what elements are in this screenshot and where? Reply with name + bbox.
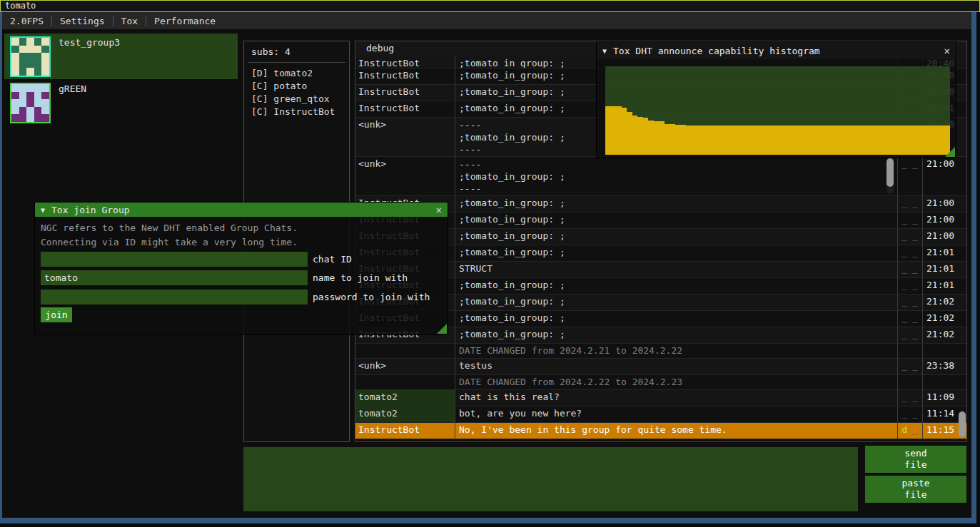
resize-grip[interactable] [437, 324, 447, 334]
avatar-pixel [26, 92, 34, 100]
chat-scrollbar-thumb[interactable] [959, 411, 966, 437]
avatar-pixel [11, 84, 19, 92]
avatar-pixel [26, 99, 34, 107]
subs-member[interactable]: [C] InstructBot [244, 106, 349, 118]
message-author: <unk> [355, 157, 455, 195]
histogram-bar [745, 126, 751, 155]
message-flags: d_ [897, 423, 922, 439]
avatar-pixel [11, 107, 19, 115]
join-group-titlebar: ▼ Tox join Group ✕ [35, 203, 448, 217]
avatar-pixel [41, 99, 49, 107]
avatar-pixel [41, 53, 49, 61]
message-row[interactable]: tomato2chat is this real?__11:09 [355, 390, 966, 406]
histogram-bar [702, 126, 708, 155]
flag: _ [901, 247, 907, 261]
message-flags: __ [897, 390, 922, 406]
join-button[interactable]: join [41, 307, 72, 322]
send-file-button[interactable]: send file [865, 446, 966, 473]
message-time: 11:09 [922, 390, 961, 406]
histogram-bar [810, 126, 816, 155]
message-time: 21:02 [922, 311, 961, 327]
histogram-bar [654, 121, 660, 155]
message-time [922, 375, 961, 389]
menu-item-tox[interactable]: Tox [113, 16, 146, 26]
avatar-pixel [41, 92, 49, 100]
message-flags: __ [897, 278, 922, 294]
avatar-pixel [34, 61, 42, 68]
message-input[interactable] [243, 447, 858, 511]
join-name-input[interactable] [41, 270, 308, 285]
message-time: 21:00 [922, 213, 961, 228]
paste-file-button[interactable]: paste file [865, 476, 966, 503]
histogram-bar [670, 124, 676, 155]
avatar-pixel [19, 107, 27, 115]
histogram-bar [713, 126, 719, 155]
message-row[interactable]: DATE CHANGED from 2024.2.22 to 2024.2.23 [355, 375, 966, 390]
flag: _ [912, 280, 918, 294]
histogram-bar [707, 126, 713, 155]
flag: _ [912, 296, 918, 310]
message-author: <unk> [355, 359, 455, 374]
message-time: 11:15 [922, 423, 961, 439]
histogram-bar [686, 126, 692, 155]
avatar-pixel [34, 114, 42, 122]
menu-item-2-0fps: 2.0FPS [2, 16, 51, 26]
histogram-bar [734, 126, 740, 155]
message-row[interactable]: DATE CHANGED from 2024.2.21 to 2024.2.22 [355, 344, 966, 359]
message-time: 21:01 [922, 262, 961, 277]
chat-id-input[interactable] [41, 252, 308, 267]
join-description-line1: NGC refers to the New DHT enabled Group … [41, 222, 298, 233]
flag: _ [901, 392, 907, 406]
column-separator[interactable] [455, 56, 455, 439]
message-row[interactable]: tomato2bot, are you new here?__11:14 [355, 406, 966, 423]
message-flags: __ [897, 406, 922, 422]
histogram-bar [729, 126, 735, 155]
close-icon[interactable]: ✕ [944, 45, 950, 56]
histogram-bar [901, 126, 907, 155]
avatar-pixel [11, 61, 19, 68]
message-scrollbar-thumb[interactable] [886, 158, 894, 187]
flag: _ [912, 247, 918, 261]
collapse-arrow-icon[interactable]: ▼ [41, 206, 45, 214]
compose-area [243, 447, 858, 511]
flag: _ [901, 230, 907, 245]
histogram-bar [783, 126, 789, 155]
message-flags: __ [897, 327, 922, 343]
flag: _ [901, 408, 907, 422]
message-time [922, 344, 961, 358]
menu-item-settings[interactable]: Settings [52, 16, 113, 26]
histogram-bar [740, 126, 746, 155]
avatar-pixel [26, 61, 34, 68]
sidebar-item-green[interactable]: gREEN [4, 80, 238, 123]
message-author: InstructBot [355, 68, 455, 84]
avatar-pixel [19, 61, 27, 68]
avatar-pixel [34, 38, 42, 46]
window-title: tomato [5, 1, 36, 11]
sidebar-item-test_group3[interactable]: test_group3 [4, 34, 238, 79]
histogram-bar [869, 126, 875, 155]
message-text: No, I've been in this group for quite so… [455, 423, 897, 439]
subs-member[interactable]: [D] tomato2 [244, 67, 349, 80]
flag: _ [901, 329, 907, 343]
message-row[interactable]: <unk>----;tomato_in_group: ;----__21:00 [355, 157, 966, 196]
menu-item-performance[interactable]: Performance [146, 16, 223, 26]
message-row[interactable]: InstructBotNo, I've been in this group f… [355, 423, 966, 439]
message-text: bot, are you new here? [455, 406, 897, 422]
histogram-bar [804, 126, 810, 155]
message-text: STRUCT [455, 262, 897, 277]
histogram-bar [622, 108, 627, 155]
window-border-right [971, 12, 976, 518]
histogram-bar [772, 126, 778, 155]
histogram-bar [864, 126, 869, 155]
subs-member[interactable]: [C] green_qtox [244, 93, 349, 106]
histogram-bar [934, 126, 939, 155]
histogram-bar [724, 126, 729, 155]
close-icon[interactable]: ✕ [436, 204, 442, 215]
subs-member[interactable]: [C] potato [244, 80, 349, 93]
message-row[interactable]: <unk>testus__23:38 [355, 359, 966, 375]
collapse-arrow-icon[interactable]: ▼ [602, 47, 607, 55]
resize-grip[interactable] [945, 147, 955, 157]
histogram-bar [616, 106, 622, 155]
join-password-input[interactable] [41, 290, 308, 305]
flag: _ [912, 158, 918, 195]
